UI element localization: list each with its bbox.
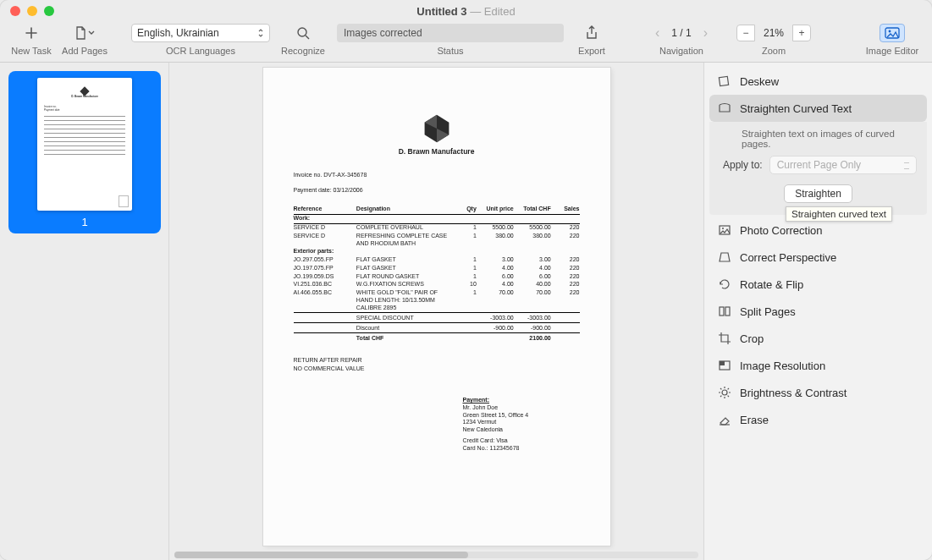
- export-button[interactable]: [576, 22, 608, 44]
- table-row: SERVICE DREFRESHING COMPLETE CASE AND RH…: [294, 232, 580, 248]
- table-row: JO.197.075.FPFLAT GASKET14.004.00220: [294, 264, 580, 272]
- zoom-label: Zoom: [762, 46, 786, 56]
- deskew-icon: [718, 74, 731, 88]
- nav-page-indicator: 1 / 1: [671, 27, 691, 39]
- table-row: JO.199.059.DSFLAT ROUND GASKET16.006.002…: [294, 272, 580, 281]
- ocr-languages-label: OCR Languages: [166, 46, 235, 56]
- image-editor-label: Image Editor: [866, 46, 918, 56]
- sidebar-item-resolution[interactable]: Image Resolution: [709, 352, 927, 379]
- svg-point-0: [298, 28, 306, 36]
- sidebar-item-straighten[interactable]: Straighten Curved Text: [709, 95, 927, 122]
- sidebar-item-label: Rotate & Flip: [740, 278, 803, 291]
- sidebar-item-label: Straighten Curved Text: [740, 102, 852, 115]
- tooltip: Straighten curved text: [786, 206, 892, 222]
- invoice-table: Reference Designation Qty Unit price Tot…: [294, 205, 580, 343]
- svg-rect-10: [725, 307, 730, 316]
- crop-icon: [718, 332, 731, 345]
- rotate-icon: [718, 277, 731, 291]
- sidebar-item-deskew[interactable]: Deskew: [709, 68, 927, 95]
- status-field: Images corrected: [337, 24, 564, 42]
- svg-point-13: [722, 390, 727, 395]
- image-editor-button[interactable]: [880, 24, 905, 42]
- split-icon: [718, 305, 731, 318]
- table-row: VI.251.036.BCW.G.FIXATION SCREWS104.0040…: [294, 281, 580, 289]
- straighten-description: Straighten text on images of curved page…: [720, 129, 917, 156]
- thumbnail-panel: D. Brawn Manufacture Invoice no. Payment…: [0, 63, 169, 560]
- svg-rect-9: [720, 307, 724, 316]
- straighten-icon: [718, 102, 731, 115]
- chevron-updown-icon: [257, 29, 264, 37]
- status-label: Status: [437, 46, 463, 56]
- invoice-number: Invoice no. DVT-AX-345678: [294, 172, 580, 179]
- nav-prev[interactable]: ‹: [652, 25, 663, 41]
- thumbnail-number: 1: [81, 216, 87, 228]
- sidebar-item-label: Correct Perspective: [740, 251, 836, 264]
- sidebar-item-label: Split Pages: [740, 305, 796, 318]
- company-logo-icon: [422, 113, 452, 144]
- export-label: Export: [578, 46, 605, 56]
- svg-point-8: [722, 228, 724, 229]
- table-row: AI.466.055.BCWHITE GOLD "FOIL" PAIR OF H…: [294, 289, 580, 313]
- zoom-value: 21%: [755, 27, 792, 39]
- straighten-panel: Straighten text on images of curved page…: [709, 122, 927, 215]
- ocr-languages-dropdown[interactable]: English, Ukrainian: [131, 24, 270, 42]
- titlebar: Untitled 3 — Edited: [0, 0, 932, 22]
- perspective-icon: [718, 250, 731, 264]
- sidebar-item-label: Photo Correction: [740, 224, 823, 237]
- erase-icon: [718, 413, 731, 426]
- page-fold-icon: [119, 195, 129, 207]
- brightness-icon: [718, 386, 731, 399]
- payment-block: Payment: Mr. John Doe Green Street 15, O…: [294, 397, 580, 452]
- document-page[interactable]: D. Brawn Manufacture Invoice no. DVT-AX-…: [263, 68, 610, 546]
- new-task-button[interactable]: [15, 22, 47, 44]
- svg-rect-6: [719, 76, 728, 85]
- navigation-label: Navigation: [659, 46, 703, 56]
- sidebar-item-crop[interactable]: Crop: [709, 325, 927, 352]
- recognize-label: Recognize: [281, 46, 325, 56]
- resolution-icon: [718, 359, 731, 372]
- thumbnail-page-1[interactable]: D. Brawn Manufacture Invoice no. Payment…: [8, 71, 161, 233]
- zoom-out-button[interactable]: −: [736, 25, 755, 41]
- sidebar-item-rotate[interactable]: Rotate & Flip: [709, 271, 927, 298]
- add-pages-button[interactable]: [69, 22, 101, 44]
- new-task-label: New Task: [11, 46, 51, 56]
- toolbar: New Task Add Pages English, Ukrainian OC…: [0, 22, 932, 63]
- zoom-in-button[interactable]: +: [792, 25, 811, 41]
- sidebar-item-label: Deskew: [740, 75, 779, 88]
- table-row: SERVICE DCOMPLETE OVERHAUL15500.005500.0…: [294, 223, 580, 232]
- nav-next[interactable]: ›: [700, 25, 711, 41]
- svg-point-2: [889, 30, 891, 33]
- payment-date: Payment date: 03/12/2006: [294, 187, 580, 195]
- return-note: RETURN AFTER REPAIR: [294, 357, 580, 365]
- sidebar-item-label: Brightness & Contrast: [740, 387, 847, 399]
- sidebar-item-label: Erase: [740, 414, 769, 426]
- window-title: Untitled 3 — Edited: [0, 5, 932, 18]
- thumbnail-preview: D. Brawn Manufacture Invoice no. Payment…: [37, 78, 132, 211]
- apply-to-select[interactable]: Current Page Only: [769, 156, 917, 174]
- no-commercial-value: NO COMMERCIAL VALUE: [294, 365, 580, 373]
- chevron-down-icon: [88, 30, 95, 36]
- sidebar-item-perspective[interactable]: Correct Perspective: [709, 244, 927, 271]
- add-pages-label: Add Pages: [62, 46, 108, 56]
- sidebar-item-label: Image Resolution: [740, 360, 825, 372]
- table-row: JO.297.055.FPFLAT GASKET13.003.00220: [294, 256, 580, 265]
- company-name: D. Brawn Manufacture: [294, 147, 580, 156]
- sidebar-item-brightness[interactable]: Brightness & Contrast: [709, 379, 927, 406]
- recognize-button[interactable]: [287, 22, 319, 44]
- sidebar-item-label: Crop: [740, 332, 764, 345]
- sidebar-item-split[interactable]: Split Pages: [709, 298, 927, 325]
- svg-rect-12: [720, 361, 725, 365]
- straighten-button[interactable]: Straighten: [784, 184, 852, 203]
- image-editor-sidebar: Deskew Straighten Curved Text Straighten…: [703, 63, 932, 560]
- photo-icon: [718, 223, 731, 237]
- horizontal-scrollbar[interactable]: [169, 550, 703, 560]
- sidebar-item-erase[interactable]: Erase: [709, 406, 927, 433]
- apply-to-label: Apply to:: [723, 159, 763, 171]
- canvas-area: D. Brawn Manufacture Invoice no. DVT-AX-…: [169, 63, 703, 560]
